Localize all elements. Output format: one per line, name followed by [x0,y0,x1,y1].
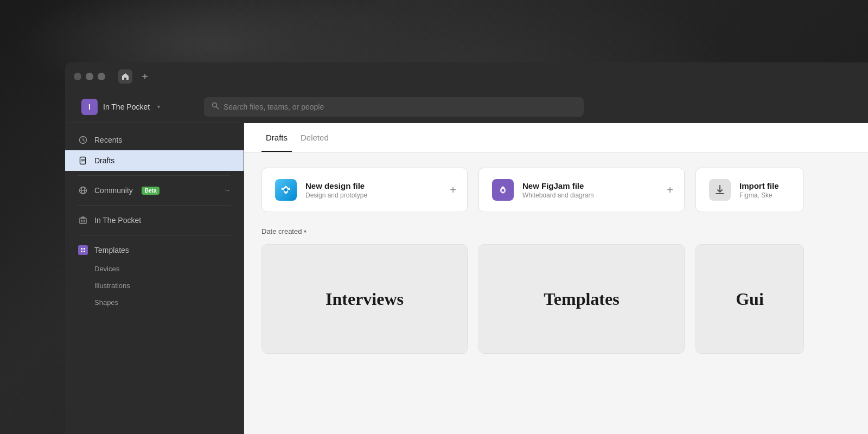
content-area: Drafts Deleted [244,123,868,434]
svg-rect-8 [84,220,85,221]
beta-badge: Beta [142,187,160,195]
building-icon [78,215,88,225]
community-label: Community [94,186,133,195]
new-figjam-file-plus-icon: + [667,184,673,196]
svg-rect-6 [80,218,86,224]
new-figjam-file-card[interactable]: New FigJam file Whiteboard and diagram + [478,168,685,212]
sidebar-section-templates[interactable]: Templates [65,240,244,260]
sidebar-divider-1 [78,175,231,176]
sidebar-item-drafts[interactable]: Drafts [65,150,244,171]
illustrations-label: Illustrations [94,282,130,290]
home-icon-button[interactable] [118,69,132,84]
templates-thumbnail: Templates [479,245,684,353]
file-thumb-templates[interactable]: Templates [478,244,685,354]
svg-rect-11 [81,248,82,250]
main-content: Recents Drafts [65,123,868,434]
new-file-row: New design file Design and prototype + [261,168,851,212]
svg-point-16 [502,189,505,192]
window-close-btn[interactable] [74,73,81,80]
svg-rect-10 [84,221,85,222]
new-design-file-text: New design file Design and prototype [305,181,367,199]
workspace-name: In The Pocket [103,103,150,111]
recents-label: Recents [94,136,122,144]
interviews-thumbnail: Interviews [262,245,467,353]
sort-label[interactable]: Date created ▾ [261,227,307,235]
tabs-bar: Drafts Deleted [244,123,868,152]
workspace-selector[interactable]: I In The Pocket ▾ [76,95,195,118]
sidebar-sub-item-devices[interactable]: Devices [65,260,244,277]
new-design-file-title: New design file [305,181,367,190]
sidebar-divider-2 [78,205,231,206]
workspace-avatar: I [81,99,98,115]
svg-rect-14 [84,251,85,252]
home-icon [121,72,130,81]
search-placeholder: Search files, teams, or people [224,103,324,111]
new-design-file-plus-icon: + [450,184,456,196]
shapes-label: Shapes [94,298,118,307]
import-file-card[interactable]: Import file Figma, Ske [695,168,804,212]
svg-rect-9 [81,221,82,222]
sidebar-sub-item-shapes[interactable]: Shapes [65,294,244,311]
tab-drafts[interactable]: Drafts [261,123,292,152]
search-icon [212,102,219,111]
search-bar[interactable]: Search files, teams, or people [204,97,584,117]
svg-line-1 [216,107,219,110]
file-thumb-interviews[interactable]: Interviews [261,244,468,354]
cards-area: New design file Design and prototype + [244,152,868,369]
figjam-file-icon [492,179,514,201]
design-file-icon [275,179,297,201]
svg-rect-13 [81,251,82,252]
title-bar-icons: + [118,69,152,84]
drafts-icon [78,156,88,165]
sort-bar: Date created ▾ [261,227,851,235]
sidebar-item-team[interactable]: In The Pocket [65,210,244,231]
files-grid: Interviews Templates Gui [261,244,851,354]
window-maximize-btn[interactable] [98,73,105,80]
team-label: In The Pocket [94,216,141,225]
sidebar-item-recents[interactable]: Recents [65,130,244,150]
new-tab-button[interactable]: + [138,69,152,84]
file-thumb-guides[interactable]: Gui [695,244,804,354]
templates-icon [78,245,88,255]
header-bar: I In The Pocket ▾ Search files, teams, o… [65,91,868,123]
import-file-icon [709,179,731,201]
sidebar-sub-item-illustrations[interactable]: Illustrations [65,277,244,294]
sidebar-divider-3 [78,235,231,235]
sort-chevron-icon: ▾ [304,228,307,234]
new-design-file-card[interactable]: New design file Design and prototype + [261,168,468,212]
community-arrow-icon: → [224,187,231,194]
app-window: + I In The Pocket ▾ Search files, teams,… [65,62,868,434]
title-bar: + [65,62,868,91]
new-figjam-file-text: New FigJam file Whiteboard and diagram [522,181,593,199]
workspace-chevron-icon: ▾ [157,104,160,110]
svg-rect-7 [81,220,82,221]
sidebar-item-community[interactable]: Community Beta → [65,180,244,201]
sidebar: Recents Drafts [65,123,244,434]
import-file-subtitle: Figma, Ske [739,192,779,199]
new-design-file-subtitle: Design and prototype [305,192,367,199]
templates-section-label: Templates [94,246,129,254]
tab-deleted[interactable]: Deleted [296,123,333,152]
import-file-text: Import file Figma, Ske [739,181,779,199]
svg-rect-12 [84,248,85,250]
drafts-label: Drafts [94,156,114,165]
guides-thumbnail: Gui [696,245,803,353]
import-file-title: Import file [739,181,779,190]
globe-icon [78,186,88,195]
new-figjam-file-subtitle: Whiteboard and diagram [522,192,593,199]
window-minimize-btn[interactable] [86,73,93,80]
window-controls [74,73,105,80]
new-figjam-file-title: New FigJam file [522,181,593,190]
clock-icon [78,135,88,145]
devices-label: Devices [94,265,119,273]
svg-point-15 [284,188,288,192]
